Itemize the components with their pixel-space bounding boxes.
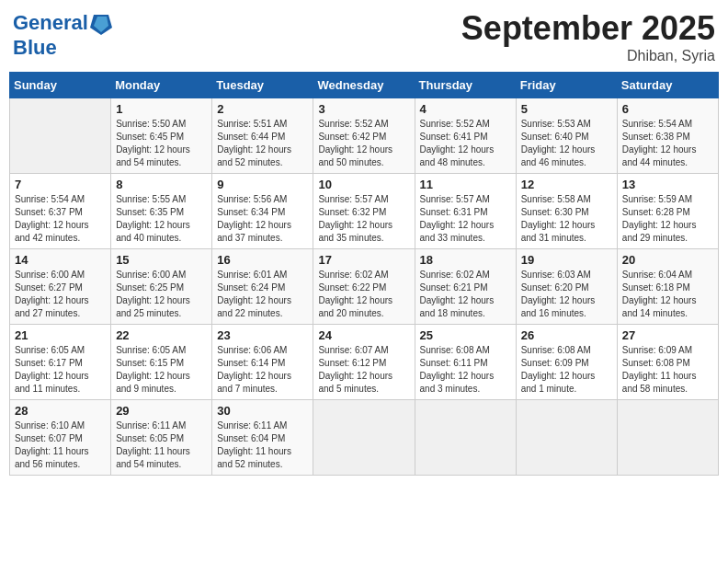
calendar-cell: 3Sunrise: 5:52 AM Sunset: 6:42 PM Daylig…	[313, 98, 415, 174]
header-sunday: Sunday	[10, 73, 111, 98]
cell-info: Sunrise: 6:08 AM Sunset: 6:11 PM Dayligh…	[420, 344, 511, 396]
header-friday: Friday	[516, 73, 617, 98]
day-number: 18	[420, 253, 511, 267]
cell-info: Sunrise: 6:01 AM Sunset: 6:24 PM Dayligh…	[217, 269, 308, 320]
cell-info: Sunrise: 6:04 AM Sunset: 6:18 PM Dayligh…	[622, 269, 713, 320]
header-wednesday: Wednesday	[313, 73, 415, 98]
day-number: 23	[217, 328, 308, 342]
calendar-cell: 28Sunrise: 6:10 AM Sunset: 6:07 PM Dayli…	[10, 400, 111, 476]
day-number: 15	[116, 253, 207, 267]
cell-info: Sunrise: 5:52 AM Sunset: 6:42 PM Dayligh…	[318, 118, 409, 169]
day-number: 25	[420, 328, 511, 342]
calendar-cell: 9Sunrise: 5:56 AM Sunset: 6:34 PM Daylig…	[212, 174, 313, 249]
cell-info: Sunrise: 6:05 AM Sunset: 6:15 PM Dayligh…	[116, 344, 207, 396]
cell-info: Sunrise: 6:06 AM Sunset: 6:14 PM Dayligh…	[217, 344, 308, 396]
day-number: 8	[116, 178, 207, 191]
logo-blue-text: Blue	[13, 37, 112, 59]
day-number: 16	[217, 253, 308, 267]
day-number: 14	[15, 253, 106, 267]
calendar-cell	[415, 400, 516, 476]
logo-icon	[90, 9, 112, 37]
logo: General Blue	[13, 9, 112, 59]
header-saturday: Saturday	[617, 73, 718, 98]
calendar-cell: 30Sunrise: 6:11 AM Sunset: 6:04 PM Dayli…	[212, 400, 313, 476]
calendar-cell	[313, 400, 415, 476]
month-title: September 2025	[461, 9, 715, 48]
day-number: 30	[217, 404, 308, 418]
day-number: 27	[622, 328, 713, 342]
cell-info: Sunrise: 5:52 AM Sunset: 6:41 PM Dayligh…	[420, 118, 511, 169]
cell-info: Sunrise: 5:57 AM Sunset: 6:32 PM Dayligh…	[318, 193, 409, 245]
day-number: 9	[217, 178, 308, 191]
calendar-cell: 23Sunrise: 6:06 AM Sunset: 6:14 PM Dayli…	[212, 325, 313, 400]
calendar-cell: 8Sunrise: 5:55 AM Sunset: 6:35 PM Daylig…	[111, 174, 212, 249]
cell-info: Sunrise: 6:05 AM Sunset: 6:17 PM Dayligh…	[15, 344, 106, 396]
cell-info: Sunrise: 5:57 AM Sunset: 6:31 PM Dayligh…	[420, 193, 511, 245]
calendar-cell: 10Sunrise: 5:57 AM Sunset: 6:32 PM Dayli…	[313, 174, 415, 249]
day-number: 5	[521, 102, 612, 116]
day-number: 21	[15, 328, 106, 342]
cell-info: Sunrise: 5:56 AM Sunset: 6:34 PM Dayligh…	[217, 193, 308, 245]
day-number: 13	[622, 178, 713, 191]
calendar-cell: 5Sunrise: 5:53 AM Sunset: 6:40 PM Daylig…	[516, 98, 617, 174]
day-number: 19	[521, 253, 612, 267]
calendar-cell: 2Sunrise: 5:51 AM Sunset: 6:44 PM Daylig…	[212, 98, 313, 174]
calendar-cell: 19Sunrise: 6:03 AM Sunset: 6:20 PM Dayli…	[516, 249, 617, 325]
calendar-cell	[516, 400, 617, 476]
cell-info: Sunrise: 5:50 AM Sunset: 6:45 PM Dayligh…	[116, 118, 207, 169]
cell-info: Sunrise: 6:03 AM Sunset: 6:20 PM Dayligh…	[521, 269, 612, 320]
calendar-cell: 27Sunrise: 6:09 AM Sunset: 6:08 PM Dayli…	[617, 325, 718, 400]
cell-info: Sunrise: 6:08 AM Sunset: 6:09 PM Dayligh…	[521, 344, 612, 396]
calendar-cell: 20Sunrise: 6:04 AM Sunset: 6:18 PM Dayli…	[617, 249, 718, 325]
day-number: 26	[521, 328, 612, 342]
calendar-cell: 13Sunrise: 5:59 AM Sunset: 6:28 PM Dayli…	[617, 174, 718, 249]
header-monday: Monday	[111, 73, 212, 98]
week-row-3: 14Sunrise: 6:00 AM Sunset: 6:27 PM Dayli…	[10, 249, 719, 325]
calendar-cell: 7Sunrise: 5:54 AM Sunset: 6:37 PM Daylig…	[10, 174, 111, 249]
day-number: 10	[318, 178, 409, 191]
calendar-cell: 21Sunrise: 6:05 AM Sunset: 6:17 PM Dayli…	[10, 325, 111, 400]
day-number: 24	[318, 328, 409, 342]
cell-info: Sunrise: 5:51 AM Sunset: 6:44 PM Dayligh…	[217, 118, 308, 169]
title-area: September 2025 Dhiban, Syria	[461, 9, 715, 64]
cell-info: Sunrise: 5:54 AM Sunset: 6:37 PM Dayligh…	[15, 193, 106, 245]
day-number: 6	[622, 102, 713, 116]
cell-info: Sunrise: 5:55 AM Sunset: 6:35 PM Dayligh…	[116, 193, 207, 245]
calendar-table: SundayMondayTuesdayWednesdayThursdayFrid…	[9, 72, 719, 476]
header-tuesday: Tuesday	[212, 73, 313, 98]
calendar-cell: 11Sunrise: 5:57 AM Sunset: 6:31 PM Dayli…	[415, 174, 516, 249]
cell-info: Sunrise: 6:10 AM Sunset: 6:07 PM Dayligh…	[15, 419, 106, 471]
calendar-cell: 15Sunrise: 6:00 AM Sunset: 6:25 PM Dayli…	[111, 249, 212, 325]
calendar-cell: 4Sunrise: 5:52 AM Sunset: 6:41 PM Daylig…	[415, 98, 516, 174]
cell-info: Sunrise: 6:00 AM Sunset: 6:27 PM Dayligh…	[15, 269, 106, 320]
location-subtitle: Dhiban, Syria	[461, 48, 715, 64]
week-row-1: 1Sunrise: 5:50 AM Sunset: 6:45 PM Daylig…	[10, 98, 719, 174]
calendar-cell: 26Sunrise: 6:08 AM Sunset: 6:09 PM Dayli…	[516, 325, 617, 400]
logo-text: General	[13, 12, 88, 34]
calendar-cell: 17Sunrise: 6:02 AM Sunset: 6:22 PM Dayli…	[313, 249, 415, 325]
day-number: 3	[318, 102, 409, 116]
page-header: General Blue September 2025 Dhiban, Syri…	[9, 9, 719, 64]
cell-info: Sunrise: 6:11 AM Sunset: 6:04 PM Dayligh…	[217, 419, 308, 471]
calendar-cell	[617, 400, 718, 476]
day-number: 28	[15, 404, 106, 418]
header-thursday: Thursday	[415, 73, 516, 98]
cell-info: Sunrise: 6:11 AM Sunset: 6:05 PM Dayligh…	[116, 419, 207, 471]
calendar-cell: 1Sunrise: 5:50 AM Sunset: 6:45 PM Daylig…	[111, 98, 212, 174]
day-number: 2	[217, 102, 308, 116]
day-number: 1	[116, 102, 207, 116]
calendar-cell: 22Sunrise: 6:05 AM Sunset: 6:15 PM Dayli…	[111, 325, 212, 400]
calendar-cell: 16Sunrise: 6:01 AM Sunset: 6:24 PM Dayli…	[212, 249, 313, 325]
cell-info: Sunrise: 6:02 AM Sunset: 6:22 PM Dayligh…	[318, 269, 409, 320]
day-number: 17	[318, 253, 409, 267]
week-row-4: 21Sunrise: 6:05 AM Sunset: 6:17 PM Dayli…	[10, 325, 719, 400]
calendar-header-row: SundayMondayTuesdayWednesdayThursdayFrid…	[10, 73, 719, 98]
cell-info: Sunrise: 5:54 AM Sunset: 6:38 PM Dayligh…	[622, 118, 713, 169]
cell-info: Sunrise: 6:07 AM Sunset: 6:12 PM Dayligh…	[318, 344, 409, 396]
cell-info: Sunrise: 6:02 AM Sunset: 6:21 PM Dayligh…	[420, 269, 511, 320]
calendar-cell	[10, 98, 111, 174]
calendar-cell: 25Sunrise: 6:08 AM Sunset: 6:11 PM Dayli…	[415, 325, 516, 400]
cell-info: Sunrise: 5:53 AM Sunset: 6:40 PM Dayligh…	[521, 118, 612, 169]
calendar-cell: 14Sunrise: 6:00 AM Sunset: 6:27 PM Dayli…	[10, 249, 111, 325]
week-row-2: 7Sunrise: 5:54 AM Sunset: 6:37 PM Daylig…	[10, 174, 719, 249]
